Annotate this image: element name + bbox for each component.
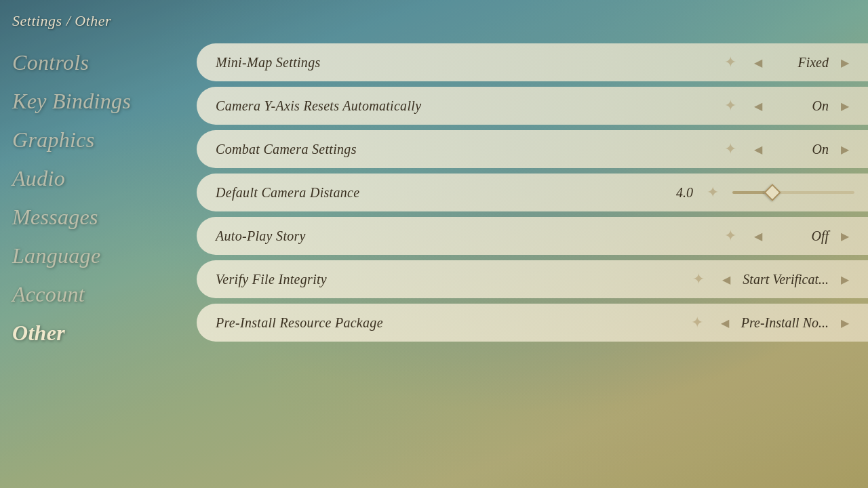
setting-label-verify-integrity: Verify File Integrity — [216, 272, 678, 287]
setting-label-mini-map: Mini-Map Settings — [216, 55, 678, 70]
arrow-right-combat-camera[interactable]: ▶ — [835, 140, 854, 159]
slider-value-camera-distance: 4.0 — [666, 185, 693, 201]
setting-value-auto-play: Off — [774, 228, 829, 244]
setting-label-combat-camera: Combat Camera Settings — [216, 142, 678, 157]
deco-icon-camera-y-axis: ✦ — [724, 97, 736, 115]
arrow-right-pre-install[interactable]: ▶ — [835, 313, 854, 332]
arrow-left-auto-play[interactable]: ◀ — [749, 226, 768, 245]
arrow-right-verify-integrity[interactable]: ▶ — [835, 270, 854, 289]
setting-value-area-mini-map: ✦◀Fixed▶ — [678, 53, 868, 72]
sidebar-item-other[interactable]: Other — [12, 314, 197, 352]
slider-container-camera-distance: 4.0✦ — [666, 184, 854, 201]
arrow-left-mini-map[interactable]: ◀ — [749, 53, 768, 72]
sidebar: ControlsKey BindingsGraphicsAudioMessage… — [0, 43, 197, 352]
setting-row-verify-integrity[interactable]: Verify File Integrity✦◀Start Verificat..… — [197, 260, 868, 298]
setting-value-camera-y-axis: On — [774, 98, 829, 114]
setting-value-area-camera-distance: 4.0✦ — [666, 184, 868, 201]
setting-row-mini-map[interactable]: Mini-Map Settings✦◀Fixed▶ — [197, 43, 868, 81]
arrow-left-camera-y-axis[interactable]: ◀ — [749, 96, 768, 115]
setting-value-pre-install: Pre-Install No... — [741, 315, 829, 331]
deco-icon-verify-integrity: ✦ — [692, 270, 705, 288]
arrow-left-pre-install[interactable]: ◀ — [715, 313, 734, 332]
deco-icon-pre-install: ✦ — [691, 314, 703, 331]
deco-icon-auto-play: ✦ — [724, 227, 736, 245]
sidebar-item-controls[interactable]: Controls — [12, 43, 197, 82]
arrow-left-combat-camera[interactable]: ◀ — [749, 140, 768, 159]
deco-icon-camera-distance: ✦ — [707, 184, 719, 201]
setting-row-pre-install[interactable]: Pre-Install Resource Package✦◀Pre-Instal… — [197, 304, 868, 342]
setting-value-mini-map: Fixed — [774, 55, 829, 70]
slider-track-camera-distance[interactable] — [732, 191, 854, 194]
sidebar-item-audio[interactable]: Audio — [12, 159, 197, 198]
setting-label-auto-play: Auto-Play Story — [216, 228, 678, 244]
setting-value-area-auto-play: ✦◀Off▶ — [678, 226, 868, 245]
deco-icon-mini-map: ✦ — [724, 54, 736, 71]
setting-row-combat-camera[interactable]: Combat Camera Settings✦◀On▶ — [197, 130, 868, 168]
setting-value-area-verify-integrity: ✦◀Start Verificat...▶ — [678, 270, 868, 289]
arrow-right-auto-play[interactable]: ▶ — [835, 226, 854, 245]
settings-list: Mini-Map Settings✦◀Fixed▶Camera Y-Axis R… — [197, 43, 868, 342]
setting-label-pre-install: Pre-Install Resource Package — [216, 315, 678, 331]
sidebar-item-account[interactable]: Account — [12, 275, 197, 314]
arrow-right-mini-map[interactable]: ▶ — [835, 53, 854, 72]
breadcrumb: Settings / Other — [0, 12, 868, 43]
sidebar-item-language[interactable]: Language — [12, 237, 197, 275]
setting-label-camera-distance: Default Camera Distance — [216, 185, 666, 201]
sidebar-item-key-bindings[interactable]: Key Bindings — [12, 82, 197, 121]
setting-row-auto-play[interactable]: Auto-Play Story✦◀Off▶ — [197, 217, 868, 255]
setting-label-camera-y-axis: Camera Y-Axis Resets Automatically — [216, 98, 678, 114]
setting-value-area-combat-camera: ✦◀On▶ — [678, 140, 868, 159]
sidebar-item-graphics[interactable]: Graphics — [12, 121, 197, 159]
deco-icon-combat-camera: ✦ — [724, 140, 736, 158]
setting-value-area-pre-install: ✦◀Pre-Install No...▶ — [678, 313, 868, 332]
arrow-right-camera-y-axis[interactable]: ▶ — [835, 96, 854, 115]
arrow-left-verify-integrity[interactable]: ◀ — [717, 270, 736, 289]
setting-value-combat-camera: On — [774, 142, 829, 157]
setting-row-camera-y-axis[interactable]: Camera Y-Axis Resets Automatically✦◀On▶ — [197, 87, 868, 125]
setting-value-area-camera-y-axis: ✦◀On▶ — [678, 96, 868, 115]
slider-thumb-camera-distance[interactable] — [764, 184, 781, 201]
setting-value-verify-integrity: Start Verificat... — [743, 272, 829, 287]
setting-row-camera-distance[interactable]: Default Camera Distance4.0✦ — [197, 174, 868, 211]
sidebar-item-messages[interactable]: Messages — [12, 198, 197, 237]
